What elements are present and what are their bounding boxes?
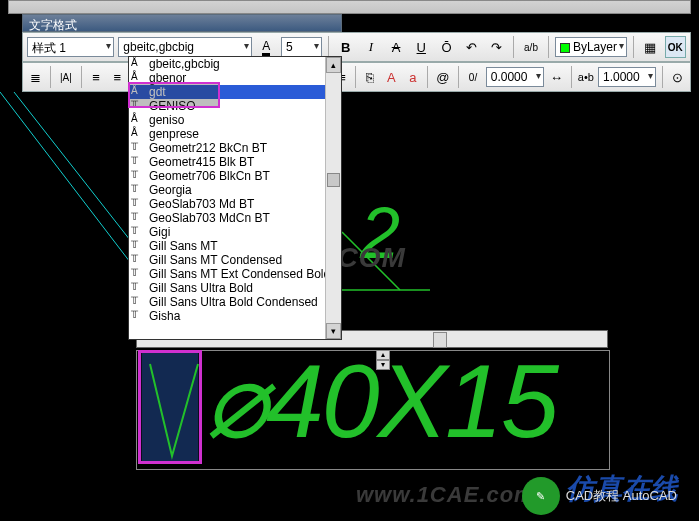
mtext-content[interactable]: ⌀40X15 (205, 340, 557, 462)
font-option[interactable]: Ågbeitc,gbcbig (129, 57, 341, 71)
text-format-toolbar-2: ≣ |A| ≡ ≡ ≡ ≡ ≡ ≡ ≡ ≡ ≡ ↕≡ 1≡ •≡ ⎘ A a @… (22, 62, 691, 92)
truetype-icon: 𝕋 (131, 281, 145, 292)
font-option[interactable]: 𝕋Gill Sans MT Ext Condensed Bold (129, 267, 341, 281)
separator (328, 36, 329, 58)
shx-icon: Å (131, 127, 145, 138)
annotation-highlight-font (128, 82, 220, 108)
badge-icon: ✎ (522, 477, 560, 515)
justify-tc-button[interactable]: ≡ (109, 66, 126, 88)
ok-button[interactable]: OK (665, 36, 686, 58)
font-option-label: gbeitc,gbcbig (149, 57, 220, 71)
font-option[interactable]: 𝕋Geometr415 Blk BT (129, 155, 341, 169)
font-option[interactable]: 𝕋Gisha (129, 309, 341, 323)
source-badge: ✎ CAD教程 AutoCAD (522, 477, 677, 515)
font-option[interactable]: 𝕋GeoSlab703 MdCn BT (129, 211, 341, 225)
overline-button[interactable]: Ō (436, 36, 457, 58)
uppercase-button[interactable]: A (383, 66, 400, 88)
shx-icon: Å (131, 57, 145, 68)
lowercase-button[interactable]: a (404, 66, 421, 88)
font-option[interactable]: Ågenprese (129, 127, 341, 141)
watermark-2: www.1CAE.com (356, 482, 535, 508)
strike-button[interactable]: A (385, 36, 406, 58)
layer-combo-text: ByLayer (573, 40, 617, 54)
font-option-label: Gigi (149, 225, 170, 239)
redo-button[interactable]: ↷ (486, 36, 507, 58)
font-option[interactable]: 𝕋GeoSlab703 Md BT (129, 197, 341, 211)
separator (633, 36, 634, 58)
layer-color-combo[interactable]: ByLayer (555, 37, 627, 57)
bold-button[interactable]: B (335, 36, 356, 58)
separator (81, 66, 82, 88)
underline-button[interactable]: U (411, 36, 432, 58)
font-option-label: Gisha (149, 309, 180, 323)
font-color-button[interactable]: A (256, 36, 277, 58)
badge-text: CAD教程 AutoCAD (566, 487, 677, 505)
truetype-icon: 𝕋 (131, 169, 145, 180)
dropdown-scrollbar[interactable]: ▴ ▾ (325, 57, 341, 339)
truetype-icon: 𝕋 (131, 211, 145, 222)
font-option-label: Gill Sans Ultra Bold (149, 281, 253, 295)
font-combo-text: gbeitc,gbcbig (123, 40, 194, 54)
italic-button[interactable]: I (360, 36, 381, 58)
stack-button[interactable]: a/b (520, 36, 541, 58)
font-option-label: geniso (149, 113, 184, 127)
font-option-label: Gill Sans MT Ext Condensed Bold (149, 267, 330, 281)
mtext-justify-button[interactable]: |A| (57, 66, 74, 88)
width-factor-input[interactable]: 1.0000 (598, 67, 656, 87)
font-option-label: genprese (149, 127, 199, 141)
symbol-button[interactable]: @ (434, 66, 451, 88)
app-top-frame (8, 0, 691, 14)
scroll-thumb[interactable] (327, 173, 340, 187)
font-option[interactable]: 𝕋Geometr706 BlkCn BT (129, 169, 341, 183)
text-format-toolbar-1: 样式 1 gbeitc,gbcbig A 5 B I A U Ō ↶ ↷ a/b… (22, 32, 691, 62)
font-option[interactable]: 𝕋Gill Sans Ultra Bold Condensed (129, 295, 341, 309)
font-option[interactable]: 𝕋Geometr212 BkCn BT (129, 141, 341, 155)
truetype-icon: 𝕋 (131, 267, 145, 278)
font-option-label: Georgia (149, 183, 192, 197)
options-button[interactable]: ⊙ (669, 66, 686, 88)
layer-swatch-icon (560, 43, 570, 53)
separator (458, 66, 459, 88)
scroll-down-button[interactable]: ▾ (326, 323, 341, 339)
oblique-button[interactable]: 0/ (464, 66, 481, 88)
scroll-up-button[interactable]: ▴ (326, 57, 341, 73)
undo-button[interactable]: ↶ (461, 36, 482, 58)
columns-button[interactable]: ≣ (27, 66, 44, 88)
width-factor-label: a•b (578, 71, 594, 83)
size-combo[interactable]: 5 (281, 37, 322, 57)
ruler-toggle-button[interactable]: ▦ (640, 36, 661, 58)
font-option-label: Geometr706 BlkCn BT (149, 169, 270, 183)
separator (355, 66, 356, 88)
font-option[interactable]: 𝕋Gill Sans MT Condensed (129, 253, 341, 267)
truetype-icon: 𝕋 (131, 309, 145, 320)
justify-tl-button[interactable]: ≡ (87, 66, 104, 88)
svg-line-0 (0, 92, 130, 262)
insert-field-button[interactable]: ⎘ (361, 66, 378, 88)
font-option[interactable]: 𝕋Gigi (129, 225, 341, 239)
font-option-label: Geometr212 BkCn BT (149, 141, 267, 155)
truetype-icon: 𝕋 (131, 253, 145, 264)
font-option[interactable]: 𝕋Georgia (129, 183, 341, 197)
tracking-icon: ↔ (548, 66, 565, 88)
separator (571, 66, 572, 88)
font-combo[interactable]: gbeitc,gbcbig (118, 37, 251, 57)
separator (662, 66, 663, 88)
truetype-icon: 𝕋 (131, 225, 145, 236)
tracking-input[interactable]: 0.0000 (486, 67, 544, 87)
truetype-icon: 𝕋 (131, 183, 145, 194)
font-option-label: Gill Sans MT (149, 239, 218, 253)
separator (50, 66, 51, 88)
font-option[interactable]: Ågeniso (129, 113, 341, 127)
separator (548, 36, 549, 58)
truetype-icon: 𝕋 (131, 239, 145, 250)
truetype-icon: 𝕋 (131, 295, 145, 306)
truetype-icon: 𝕋 (131, 197, 145, 208)
font-option[interactable]: 𝕋Gill Sans Ultra Bold (129, 281, 341, 295)
font-option-label: GeoSlab703 MdCn BT (149, 211, 270, 225)
font-option-label: GeoSlab703 Md BT (149, 197, 254, 211)
truetype-icon: 𝕋 (131, 141, 145, 152)
font-option[interactable]: 𝕋Gill Sans MT (129, 239, 341, 253)
style-combo[interactable]: 样式 1 (27, 37, 114, 57)
separator (427, 66, 428, 88)
truetype-icon: 𝕋 (131, 155, 145, 166)
